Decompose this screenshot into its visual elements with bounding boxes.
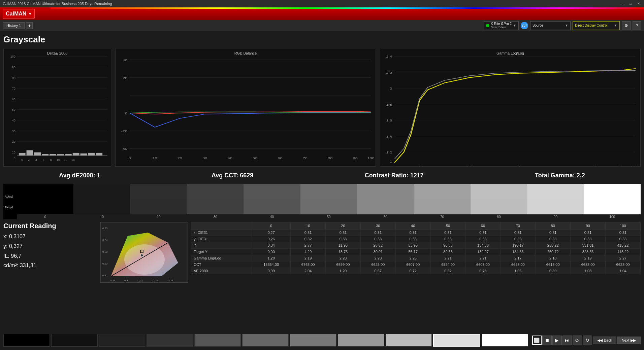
svg-point-90 <box>140 254 143 257</box>
calman-logo[interactable]: CalMAN ▼ <box>3 9 35 19</box>
bottom-swatch-30[interactable] <box>147 334 193 347</box>
target-swatch-50 <box>300 199 357 214</box>
minimize-btn[interactable]: — <box>620 1 625 6</box>
svg-text:100: 100 <box>367 156 374 160</box>
col-header-0: 0 <box>252 222 291 230</box>
deltae-svg: 100 90 80 70 60 50 40 30 20 10 0 <box>4 49 111 166</box>
settings-btn[interactable]: ⚙ <box>622 21 631 30</box>
table-cell: 6594,00 <box>430 261 465 268</box>
bottom-swatch-60[interactable] <box>290 334 336 347</box>
meter-widget[interactable]: X-Rite i1Pro 2 Direct View ▼ <box>484 21 519 30</box>
table-cell: 0,33 <box>430 236 465 242</box>
meter-badge: 237 <box>521 22 528 29</box>
maximize-btn[interactable]: □ <box>628 1 633 6</box>
close-btn[interactable]: ✕ <box>636 1 641 6</box>
svg-text:40: 40 <box>123 58 127 62</box>
swatch-70 <box>414 184 471 199</box>
svg-text:-40: -40 <box>121 147 127 150</box>
source-widget[interactable]: Source ▼ <box>530 21 571 30</box>
swatch-0 <box>17 184 73 199</box>
swatch-num-50: 50 <box>300 214 357 219</box>
table-cell: 2,21 <box>430 255 465 261</box>
col-header-90: 90 <box>571 222 606 230</box>
svg-text:40: 40 <box>228 156 232 160</box>
history-tab[interactable]: History 1 <box>3 22 25 29</box>
add-tab-btn[interactable]: + <box>26 22 33 29</box>
bottom-swatch-100[interactable] <box>482 334 528 347</box>
logo-dropdown-arrow[interactable]: ▼ <box>28 12 32 16</box>
gamma-chart-title: Gamma Log/Log <box>496 51 524 55</box>
nav-skip-btn[interactable]: ⏭ <box>562 336 572 345</box>
svg-text:100: 100 <box>632 165 639 166</box>
table-cell: 0,33 <box>465 236 501 242</box>
help-btn[interactable]: ? <box>633 21 641 30</box>
col-header-10: 10 <box>291 222 326 230</box>
svg-rect-21 <box>19 153 26 155</box>
nav-repeat-btn[interactable]: ↻ <box>583 336 592 345</box>
table-cell: 2,27 <box>606 255 641 261</box>
col-header-40: 40 <box>395 222 430 230</box>
table-cell: 1,20 <box>326 268 361 274</box>
display-control-widget[interactable]: Direct Display Control ▼ <box>573 21 620 30</box>
bottom-swatch-70[interactable] <box>338 334 384 347</box>
bottom-swatch-50[interactable] <box>242 334 289 347</box>
table-cell: 53,90 <box>395 242 430 249</box>
table-cell: 0,31 <box>291 230 326 236</box>
table-cell: 2,77 <box>291 242 326 249</box>
nav-loop-btn[interactable]: ⟳ <box>573 336 582 345</box>
table-cell: 0,33 <box>360 236 395 242</box>
swatch-num-30: 30 <box>187 214 244 219</box>
svg-point-87 <box>124 244 165 275</box>
app-header: CalMAN ▼ <box>0 7 644 20</box>
table-cell: 6628,00 <box>501 261 536 268</box>
swatch-num-0: 0 <box>17 214 73 219</box>
cie-diagram: 0,35 0,34 0,33 0,32 0,31 0,29 0,3 0,31 0… <box>100 222 188 283</box>
next-btn[interactable]: Next ▶▶ <box>617 337 641 344</box>
table-row: x: CIE310,270,310,310,310,310,310,310,31… <box>191 230 641 236</box>
table-cell: 6613,00 <box>536 261 571 268</box>
col-header-60: 60 <box>465 222 501 230</box>
nav-settings-icon[interactable]: ⬜ <box>532 336 542 345</box>
nav-stop-btn[interactable]: ⏹ <box>542 336 552 345</box>
table-cell: 0,31 <box>360 230 395 236</box>
table-row: Gamma Log/Log1,282,192,202,202,232,212,2… <box>191 255 641 261</box>
target-swatch-100 <box>584 199 641 214</box>
rgb-balance-title: RGB Balance <box>234 51 257 55</box>
table-cell: 0,31 <box>465 230 501 236</box>
toolbar: History 1 + X-Rite i1Pro 2 Direct View ▼… <box>0 20 644 31</box>
svg-text:0: 0 <box>14 156 15 160</box>
nav-play-btn[interactable]: ▶ <box>552 336 562 345</box>
table-cell: 6603,00 <box>465 261 501 268</box>
bottom-swatch-10[interactable] <box>51 334 98 347</box>
table-cell: 0,31 <box>571 230 606 236</box>
title-bar-controls: — □ ✕ <box>620 1 641 6</box>
bottom-swatch-90-selected[interactable] <box>433 334 480 347</box>
table-cell: 6623,00 <box>606 261 641 268</box>
bottom-swatch-0[interactable] <box>3 334 50 347</box>
svg-text:2,2: 2,2 <box>386 71 392 74</box>
title-bar: CalMAN 2018 CalMAN Ultimate for Business… <box>0 0 644 7</box>
back-btn[interactable]: ◀◀ Back <box>593 337 616 344</box>
table-cell: 2,18 <box>536 255 571 261</box>
svg-text:-20: -20 <box>121 129 127 133</box>
table-cell: 2,20 <box>326 255 361 261</box>
svg-text:0,32: 0,32 <box>102 262 108 265</box>
svg-text:1,2: 1,2 <box>386 151 392 154</box>
table-cell: 0,89 <box>536 268 571 274</box>
table-cell: 255,22 <box>536 242 571 249</box>
bottom-swatch-20[interactable] <box>99 334 146 347</box>
swatches-section: Actual Target <box>3 184 641 219</box>
svg-text:70: 70 <box>12 87 15 90</box>
row-label: CCT <box>191 261 252 268</box>
svg-text:70: 70 <box>303 156 308 160</box>
bottom-swatch-40[interactable] <box>194 334 241 347</box>
table-cell: 0,26 <box>252 236 291 242</box>
target-swatch-0 <box>17 199 73 214</box>
bottom-swatch-80[interactable] <box>386 334 432 347</box>
actual-swatches-row <box>17 184 641 199</box>
svg-rect-30 <box>88 153 95 155</box>
table-cell: 2,21 <box>465 255 501 261</box>
table-cell: 0,73 <box>465 268 501 274</box>
data-table: 0 10 20 30 40 50 60 70 80 90 100 x: CIE3… <box>191 222 641 274</box>
svg-text:60: 60 <box>278 156 282 160</box>
